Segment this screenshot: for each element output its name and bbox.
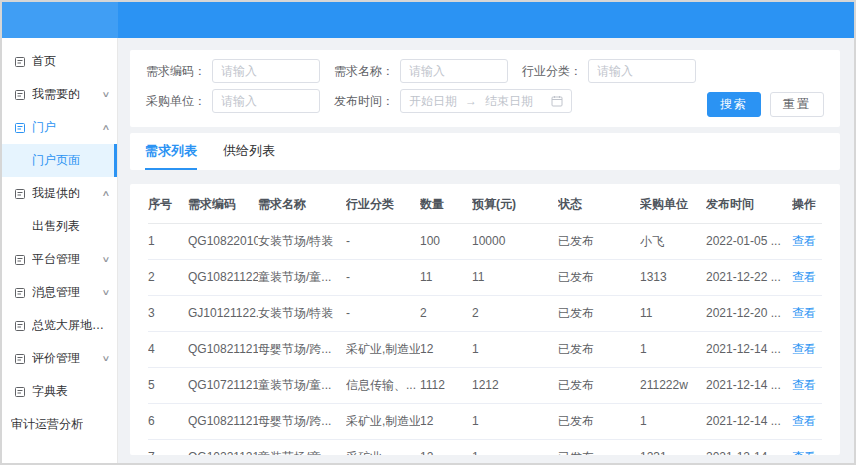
table-row: 1QG10822010...女装节场/特装-10010000已发布小飞2022-… (148, 223, 822, 259)
logo-area (2, 2, 118, 38)
menu-icon (14, 287, 26, 299)
action-cell: 查看 (792, 439, 822, 455)
table-cell: 2021-12-14 ... (706, 403, 792, 439)
end-date-placeholder: 结束日期 (485, 93, 533, 110)
start-date-placeholder: 开始日期 (409, 93, 457, 110)
tab-demand-list[interactable]: 需求列表 (145, 142, 197, 170)
table-cell: 2 (148, 259, 188, 295)
table-cell: 4 (148, 331, 188, 367)
view-link[interactable]: 查看 (792, 306, 816, 320)
demand-name-input[interactable] (400, 59, 508, 83)
sidebar-item-label: 平台管理 (32, 251, 80, 268)
reset-button[interactable]: 重置 (770, 92, 824, 117)
chevron-icon: ∨ (102, 354, 111, 363)
sidebar-item-platform-mgmt[interactable]: 平台管理 ∨ (2, 243, 117, 276)
column-header: 操作 (792, 186, 822, 223)
chevron-icon: ∨ (102, 90, 111, 99)
table-cell: 2021-12-20 ... (706, 295, 792, 331)
sidebar-item-screen-address-config[interactable]: 总览大屏地址配置 (2, 309, 117, 342)
table-cell: 3 (148, 295, 188, 331)
table-row: 4QG10821121...母婴节场/跨...采矿业,制造业121已发布1202… (148, 331, 822, 367)
table-cell: 母婴节场/跨... (258, 331, 346, 367)
app-window: 首页 我需要的 ∨ 门户 ∧ 门户页面 我提供的 ∧ 出售列表 (0, 0, 856, 465)
menu-icon (14, 188, 26, 200)
sidebar-item-my-needs[interactable]: 我需要的 ∨ (2, 78, 117, 111)
table-cell: 7 (148, 439, 188, 455)
sidebar-item-label: 我提供的 (32, 185, 80, 202)
view-link[interactable]: 查看 (792, 342, 816, 356)
sidebar-item-label: 出售列表 (32, 218, 80, 235)
sidebar-item-audit-operation-analysis[interactable]: 审计运营分析 (2, 408, 117, 441)
table-cell: 6 (148, 403, 188, 439)
table-cell: QG10822010... (188, 223, 258, 259)
chevron-icon: ∨ (102, 255, 111, 264)
column-header: 需求名称 (258, 186, 346, 223)
field-label: 发布时间： (332, 93, 394, 110)
view-link[interactable]: 查看 (792, 414, 816, 428)
demand-code-input[interactable] (212, 59, 320, 83)
chevron-icon: ∨ (102, 288, 111, 297)
table-cell: 1231 (640, 439, 706, 455)
action-cell: 查看 (792, 259, 822, 295)
table-cell: 采矿业 (346, 439, 420, 455)
view-link[interactable]: 查看 (792, 270, 816, 284)
table-cell: 1 (472, 331, 558, 367)
industry-category-input[interactable] (588, 59, 696, 83)
table-cell: - (346, 295, 420, 331)
field-demand-code: 需求编码： (144, 59, 320, 83)
view-link[interactable]: 查看 (792, 378, 816, 392)
menu-icon (14, 320, 26, 332)
sidebar-item-my-offers[interactable]: 我提供的 ∧ (2, 177, 117, 210)
table-cell: QG10221121... (188, 439, 258, 455)
column-header: 数量 (420, 186, 472, 223)
action-cell: 查看 (792, 295, 822, 331)
field-label: 需求编码： (144, 63, 206, 80)
sidebar-item-home[interactable]: 首页 (2, 45, 117, 78)
table-cell: 母婴节场/跨... (258, 403, 346, 439)
column-header: 预算(元) (472, 186, 558, 223)
column-header: 状态 (558, 186, 640, 223)
date-range-picker[interactable]: 开始日期 → 结束日期 (400, 89, 572, 113)
table-cell: 1 (640, 403, 706, 439)
table-cell: 2021-12-14 ... (706, 331, 792, 367)
table-cell: 2021-12-14 ... (706, 439, 792, 455)
sidebar-item-evaluation-mgmt[interactable]: 评价管理 ∨ (2, 342, 117, 375)
view-link[interactable]: 查看 (792, 234, 816, 248)
sidebar-item-label: 我需要的 (32, 86, 80, 103)
table-header-row: 序号需求编码需求名称行业分类数量预算(元)状态采购单位发布时间操作 (148, 186, 822, 223)
menu-icon (14, 89, 26, 101)
table-cell: 2 (420, 295, 472, 331)
table-cell: QG10821121... (188, 331, 258, 367)
table-cell: 1 (148, 223, 188, 259)
field-label: 行业分类： (520, 63, 582, 80)
table-cell: 已发布 (558, 367, 640, 403)
view-link[interactable]: 查看 (792, 450, 816, 456)
sidebar-item-sale-list[interactable]: 出售列表 (2, 210, 117, 243)
field-label: 需求名称： (332, 63, 394, 80)
sidebar-item-portal[interactable]: 门户 ∧ (2, 111, 117, 144)
search-button[interactable]: 搜索 (707, 92, 761, 117)
table-cell: QG10821122... (188, 259, 258, 295)
table-row: 3GJ10121122...女装节场/特装-22已发布112021-12-20 … (148, 295, 822, 331)
menu-icon (14, 353, 26, 365)
search-actions: 搜索 重置 (707, 92, 824, 117)
chevron-icon: ∧ (102, 123, 111, 132)
column-header: 需求编码 (188, 186, 258, 223)
calendar-icon (551, 95, 563, 107)
action-cell: 查看 (792, 331, 822, 367)
table-cell: 2021-12-14 ... (706, 367, 792, 403)
table-row: 5QG10721121...童装节场/童...信息传输、...11121212已… (148, 367, 822, 403)
table-cell: - (346, 259, 420, 295)
tab-supply-list[interactable]: 供给列表 (223, 142, 275, 170)
sidebar-item-label: 评价管理 (32, 350, 80, 367)
sidebar-item-message-mgmt[interactable]: 消息管理 ∨ (2, 276, 117, 309)
sidebar-item-dictionary[interactable]: 字典表 (2, 375, 117, 408)
sidebar-item-label: 消息管理 (32, 284, 80, 301)
menu-icon (14, 254, 26, 266)
sidebar-item-portal-page[interactable]: 门户页面 (2, 144, 117, 177)
table-cell: 1212 (472, 367, 558, 403)
table-cell: 女装节场/特装 (258, 295, 346, 331)
menu-icon (14, 386, 26, 398)
field-industry-category: 行业分类： (520, 59, 696, 83)
purchase-unit-input[interactable] (212, 89, 320, 113)
